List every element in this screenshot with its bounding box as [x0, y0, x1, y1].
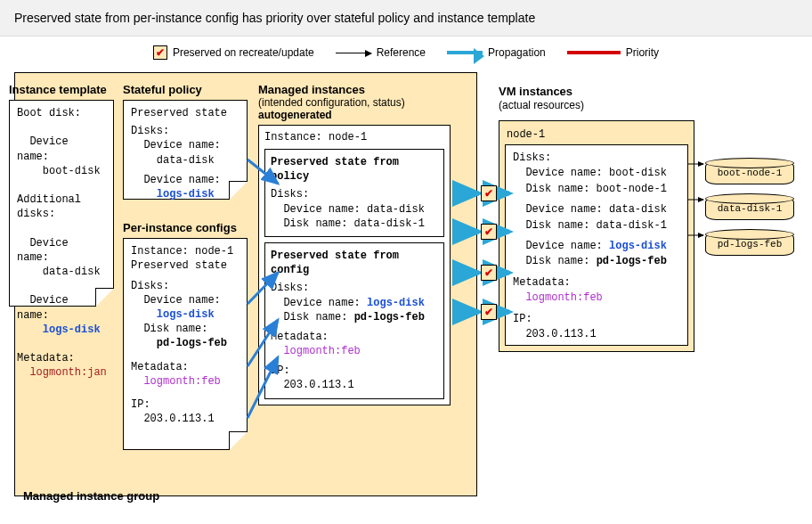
vm-dev-logs: logs-disk [609, 240, 667, 252]
from-policy-title: Preserved state from policy [271, 155, 438, 184]
vm-name: node-1 [507, 128, 688, 141]
priority-bar-icon [567, 51, 621, 54]
managed-instance-name: Instance: node-1 [264, 131, 444, 143]
from-config-ip-lbl: IP: [271, 364, 438, 378]
vm-disk-boot: Disk name: boot-node-1 [525, 183, 666, 195]
managed-instances-col: Managed instances (intended configuratio… [258, 76, 451, 405]
from-config-devname-pre: Device name: [283, 297, 367, 309]
template-data-dev: data-disk [43, 266, 101, 278]
vm-section-subtitle: (actual resources) [499, 99, 584, 111]
vm-disk-logs-pre: Disk name: [525, 255, 596, 267]
stateful-title: Stateful policy [123, 83, 248, 96]
vm-box: node-1 Disks: Device name: boot-disk Dis… [499, 120, 694, 352]
from-config-logmonth: logmonth:feb [283, 345, 360, 357]
perinst-dev-lbl: Device name: [143, 294, 220, 307]
vm-ip-lbl: IP: [513, 312, 680, 327]
vm-metadata: Metadata: [513, 275, 680, 291]
disk-cyl-boot-label: boot-node-1 [718, 168, 783, 178]
banner-text: Preserved state from per-instance config… [14, 11, 535, 25]
perinst-paper: Instance: node-1 Preserved state Disks: … [123, 238, 248, 450]
diagram-stage: Managed instance group Instance template… [0, 63, 812, 509]
vm-dev-boot: Device name: boot-disk [525, 167, 666, 179]
legend-propagation-label: Propagation [488, 46, 546, 59]
from-config-disks: Disks: [271, 281, 438, 295]
vm-section-title: VM instances [499, 85, 572, 98]
from-policy-diskname: Disk name: data-disk-1 [283, 217, 424, 230]
stateful-preserved: Preserved state [131, 106, 240, 120]
instance-template-col: Instance template Boot disk: Device name… [9, 76, 114, 307]
legend-propagation: Propagation [447, 46, 546, 59]
vm-disks: Disks: [513, 151, 680, 166]
template-boot-disk: Boot disk: [17, 106, 106, 120]
disk-cyl-data: data-disk-1 [705, 197, 794, 220]
template-dev-lbl-1: Device name: [17, 135, 69, 162]
reference-arrow-icon [336, 53, 371, 53]
managed-title: Managed instances [258, 83, 451, 96]
legend-reference-label: Reference [377, 46, 426, 59]
perinst-disks: Disks: [131, 279, 240, 293]
template-logs-dev: logs-disk [43, 323, 101, 336]
check-icon: ✔ [153, 45, 167, 60]
template-paper: Boot disk: Device name: boot-disk Additi… [9, 100, 114, 307]
perinst-title: Per-instance configs [123, 222, 248, 234]
perinst-preserved: Preserved state [131, 258, 240, 273]
stateful-logs-dev: logs-disk [157, 188, 215, 201]
from-config-diskname-pre: Disk name: [283, 311, 353, 323]
legend-reference: Reference [336, 46, 426, 59]
managed-instance-wrap: Instance: node-1 Preserved state from po… [258, 125, 451, 405]
check-icon-ip: ✔ [481, 304, 497, 320]
vm-disk-data: Disk name: data-disk-1 [525, 219, 666, 232]
legend-priority-label: Priority [626, 46, 659, 59]
check-icon-data: ✔ [481, 185, 497, 201]
disk-cyl-logs: pd-logs-feb [705, 233, 794, 256]
disk-cyl-boot: boot-node-1 [705, 161, 794, 184]
perinst-ip: 203.0.113.1 [143, 413, 214, 425]
perinst-logs-dev: logs-disk [157, 308, 215, 321]
from-config-logs-dev: logs-disk [367, 297, 425, 309]
legend: ✔ Preserved on recreate/update Reference… [0, 37, 812, 63]
stateful-disks: Disks: [131, 124, 240, 138]
vm-dev-data: Device name: data-disk [525, 203, 666, 216]
vm-ip: 203.0.113.1 [525, 328, 596, 340]
vm-section: VM instances (actual resources) node-1 D… [499, 72, 801, 496]
managed-autogen: autogenerated [258, 109, 451, 121]
stateful-paper: Preserved state Disks: Device name: data… [123, 100, 248, 200]
disk-cyl-data-label: data-disk-1 [718, 203, 783, 214]
perinst-ip-lbl: IP: [131, 397, 240, 412]
per-instance-col: Per-instance configs Instance: node-1 Pr… [123, 215, 248, 450]
template-title: Instance template [9, 83, 114, 96]
from-config-metadata: Metadata: [271, 330, 438, 344]
banner: Preserved state from per-instance config… [0, 0, 812, 37]
from-config-title: Preserved state from config [271, 249, 438, 277]
template-boot-dev: boot-disk [43, 165, 101, 177]
stateful-policy-col: Stateful policy Preserved state Disks: D… [123, 76, 248, 200]
check-icon-logs: ✔ [481, 224, 497, 240]
perinst-logmonth: logmonth:feb [143, 375, 220, 388]
perinst-diskname-lbl: Disk name: [143, 323, 207, 335]
perinst-instance: Instance: node-1 [131, 244, 240, 258]
template-logmonth: logmonth:jan [29, 366, 106, 379]
mig-title: Managed instance group [23, 489, 159, 503]
from-config-ip: 203.0.113.1 [283, 379, 353, 391]
managed-subtitle: (intended configuration, status) [258, 96, 451, 109]
template-dev-lbl-2: Device name: [17, 237, 69, 264]
vm-logmonth: logmonth:feb [525, 291, 602, 304]
check-icon-meta: ✔ [481, 265, 497, 281]
legend-preserved-label: Preserved on recreate/update [173, 46, 314, 59]
stateful-dev-lbl-1: Device name: [143, 139, 220, 151]
perinst-pdlogs: pd-logs-feb [157, 337, 227, 349]
template-dev-lbl-3: Device name: [17, 294, 69, 321]
managed-from-config: Preserved state from config Disks: Devic… [264, 242, 444, 399]
vm-dev-logs-pre: Device name: [525, 240, 609, 252]
perinst-metadata: Metadata: [131, 360, 240, 374]
template-additional: Additional disks: [17, 192, 106, 221]
vm-inner: Disks: Device name: boot-disk Disk name:… [505, 144, 688, 346]
stateful-data-dev: data-disk [157, 154, 215, 167]
from-policy-devname: Device name: data-disk [283, 203, 424, 216]
vm-disk-logs: pd-logs-feb [597, 255, 667, 267]
legend-priority: Priority [567, 46, 659, 59]
managed-from-policy: Preserved state from policy Disks: Devic… [264, 149, 444, 237]
from-config-pdlogs: pd-logs-feb [354, 311, 425, 323]
disk-cyl-logs-label: pd-logs-feb [718, 239, 783, 250]
stateful-dev-lbl-2: Device name: [143, 174, 220, 186]
